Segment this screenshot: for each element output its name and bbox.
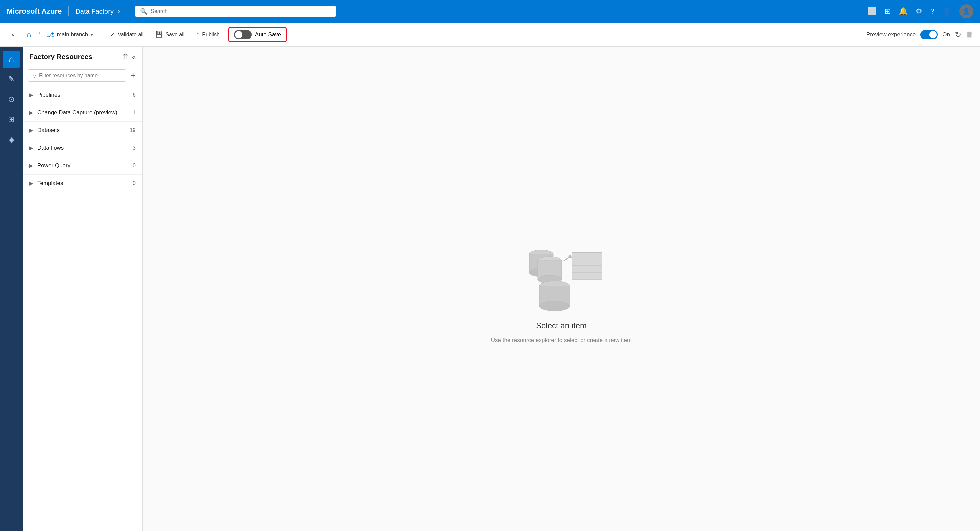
- resource-count-pq: 0: [133, 163, 136, 169]
- resource-item-left-datasets: ▶ Datasets: [29, 127, 60, 134]
- panel-header-icons: ⇈ «: [123, 53, 136, 61]
- resource-name-dataflows: Data flows: [37, 145, 64, 151]
- autosave-label: Auto Save: [255, 31, 281, 38]
- resource-count-dataflows: 3: [133, 145, 136, 151]
- branch-dropdown-arrow: ▾: [91, 32, 93, 37]
- collapse-btn[interactable]: »: [7, 29, 19, 41]
- help-nav-icon[interactable]: ?: [930, 7, 934, 16]
- resource-item-cdc[interactable]: ▶ Change Data Capture (preview) 1: [23, 104, 142, 122]
- autosave-toggle[interactable]: [234, 30, 251, 39]
- resource-item-templates[interactable]: ▶ Templates 0: [23, 175, 142, 192]
- home-toolbar-btn[interactable]: ⌂: [22, 28, 36, 42]
- resource-item-pipelines[interactable]: ▶ Pipelines 6: [23, 86, 142, 104]
- resource-name-templates: Templates: [37, 180, 63, 187]
- chevron-datasets: ▶: [29, 127, 33, 134]
- filter-input-wrap[interactable]: ▽: [28, 69, 126, 82]
- icon-sidebar: ⌂ ✎ ⊙ ⊞ ◈: [0, 47, 23, 531]
- resource-item-datasets[interactable]: ▶ Datasets 19: [23, 122, 142, 140]
- filter-input[interactable]: [39, 73, 122, 79]
- bell-nav-icon[interactable]: 🔔: [899, 7, 908, 16]
- chevron-templates: ▶: [29, 180, 33, 186]
- resource-name-pipelines: Pipelines: [37, 92, 60, 99]
- monitor-nav-icon[interactable]: ⬜: [868, 7, 877, 16]
- preview-experience-section: Preview experience On ↻ 🗑: [866, 30, 973, 39]
- resource-count-datasets: 19: [130, 127, 136, 134]
- branch-selector[interactable]: ⎇ main branch ▾: [43, 29, 97, 41]
- toggle-thumb: [235, 31, 242, 38]
- preview-toggle[interactable]: [920, 30, 938, 39]
- publish-icon: ↑: [196, 31, 199, 38]
- svg-marker-7: [568, 254, 573, 258]
- panel-collapse-btn[interactable]: «: [132, 53, 136, 61]
- resource-count-pipelines: 6: [133, 92, 136, 98]
- panel-collapse-all-btn[interactable]: ⇈: [123, 53, 128, 61]
- autosave-container: Auto Save: [229, 27, 286, 42]
- empty-state-illustration: [511, 234, 611, 314]
- chevron-dataflows: ▶: [29, 145, 33, 151]
- resource-name-cdc: Change Data Capture (preview): [37, 110, 118, 116]
- separator-1: [101, 29, 102, 41]
- publish-label: Publish: [202, 32, 220, 38]
- delete-icon[interactable]: 🗑: [966, 30, 973, 39]
- branch-name: main branch: [57, 31, 88, 38]
- save-all-btn[interactable]: 💾 Save all: [151, 29, 189, 41]
- resource-item-powerquery[interactable]: ▶ Power Query 0: [23, 157, 142, 175]
- search-bar[interactable]: 🔍: [135, 6, 336, 17]
- brand: Microsoft Azure Data Factory ›: [7, 6, 120, 16]
- resource-name-pq: Power Query: [37, 162, 70, 169]
- search-icon: 🔍: [140, 8, 148, 15]
- svg-point-16: [539, 301, 570, 311]
- refresh-icon[interactable]: ↻: [955, 30, 961, 39]
- filter-icon: ▽: [32, 72, 37, 79]
- sidebar-icon-briefcase[interactable]: ⊞: [3, 111, 20, 128]
- grid-nav-icon[interactable]: ⊞: [885, 7, 891, 16]
- sidebar-icon-home[interactable]: ⌂: [3, 51, 20, 68]
- on-label: On: [942, 31, 950, 38]
- user-nav-icon[interactable]: 👤: [942, 7, 951, 16]
- sidebar-icon-edit[interactable]: ✎: [3, 71, 20, 88]
- filter-row: ▽ +: [23, 65, 142, 86]
- sidebar-icon-monitor[interactable]: ⊙: [3, 91, 20, 108]
- resource-item-left-cdc: ▶ Change Data Capture (preview): [29, 110, 118, 116]
- resource-panel: Factory Resources ⇈ « ▽ + ▶ Pipelines 6: [23, 47, 143, 531]
- chevron-cdc: ▶: [29, 110, 33, 116]
- brand-name: Microsoft Azure: [7, 7, 62, 16]
- search-input[interactable]: [151, 8, 331, 14]
- app-name: Data Factory: [75, 8, 113, 15]
- resource-panel-header: Factory Resources ⇈ «: [23, 47, 142, 65]
- resource-panel-title: Factory Resources: [29, 53, 92, 61]
- iso-svg: [511, 234, 611, 314]
- resource-item-dataflows[interactable]: ▶ Data flows 3: [23, 140, 142, 157]
- resource-name-datasets: Datasets: [37, 127, 60, 134]
- sidebar-icon-book[interactable]: ◈: [3, 131, 20, 148]
- main-canvas: Select an item Use the resource explorer…: [143, 47, 980, 531]
- path-separator: /: [38, 32, 40, 38]
- resource-item-left-templates: ▶ Templates: [29, 180, 63, 187]
- save-icon: 💾: [156, 31, 163, 38]
- add-resource-btn[interactable]: +: [129, 69, 137, 82]
- nav-divider: [68, 6, 69, 16]
- preview-experience-label: Preview experience: [866, 31, 916, 38]
- toolbar: » ⌂ / ⎇ main branch ▾ ✓ Validate all 💾 S…: [0, 23, 980, 47]
- validate-icon: ✓: [110, 31, 115, 38]
- preview-toggle-thumb: [929, 31, 937, 38]
- publish-btn[interactable]: ↑ Publish: [192, 29, 224, 41]
- resource-item-left-dataflows: ▶ Data flows: [29, 145, 64, 151]
- save-all-label: Save all: [165, 32, 185, 38]
- empty-state-subtitle: Use the resource explorer to select or c…: [491, 337, 632, 343]
- main-layout: ⌂ ✎ ⊙ ⊞ ◈ Factory Resources ⇈ « ▽ + ▶: [0, 47, 980, 531]
- avatar-icon: 👤: [963, 8, 970, 15]
- resource-list: ▶ Pipelines 6 ▶ Change Data Capture (pre…: [23, 86, 142, 531]
- chevron-pipelines: ▶: [29, 92, 33, 98]
- home-toolbar-icon: ⌂: [27, 30, 31, 39]
- top-nav-icons: ⬜ ⊞ 🔔 ⚙ ? 👤 👤: [868, 4, 973, 18]
- avatar[interactable]: 👤: [959, 4, 973, 18]
- branch-icon: ⎇: [47, 31, 54, 39]
- validate-all-btn[interactable]: ✓ Validate all: [105, 29, 148, 41]
- top-nav: Microsoft Azure Data Factory › 🔍 ⬜ ⊞ 🔔 ⚙…: [0, 0, 980, 23]
- settings-nav-icon[interactable]: ⚙: [916, 7, 922, 16]
- resource-count-templates: 0: [133, 180, 136, 186]
- breadcrumb-arrow: ›: [118, 7, 120, 16]
- empty-state-title: Select an item: [536, 321, 587, 330]
- validate-all-label: Validate all: [118, 32, 143, 38]
